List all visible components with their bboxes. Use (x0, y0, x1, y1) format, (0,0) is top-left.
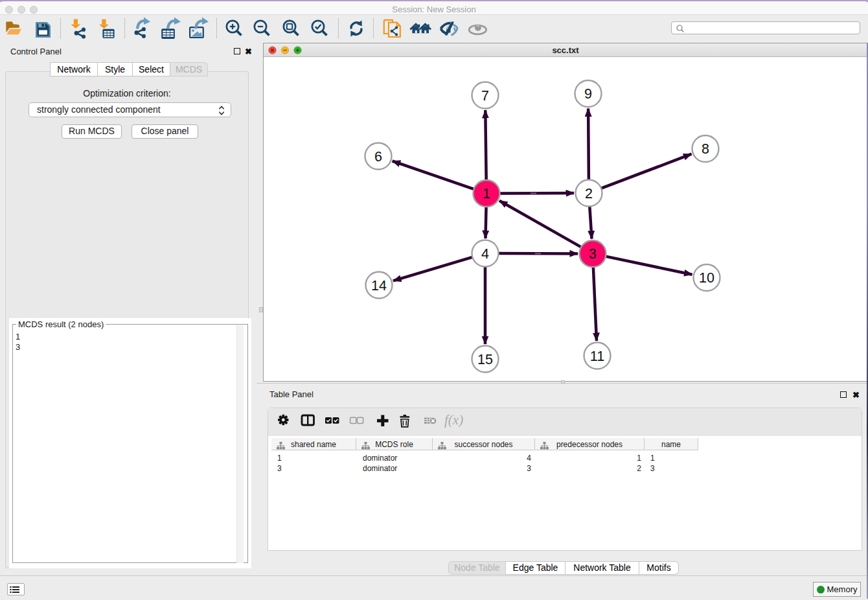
svg-text:15: 15 (477, 352, 493, 367)
svg-text:10: 10 (699, 270, 714, 286)
svg-text:2: 2 (585, 186, 593, 202)
svg-text:11: 11 (590, 349, 604, 364)
svg-text:9: 9 (584, 86, 592, 102)
svg-text:8: 8 (702, 141, 709, 157)
svg-text:7: 7 (481, 88, 489, 104)
svg-text:14: 14 (371, 278, 387, 294)
svg-text:3: 3 (589, 246, 597, 262)
svg-text:6: 6 (374, 149, 382, 165)
svg-text:4: 4 (481, 246, 489, 262)
svg-text:1: 1 (483, 186, 490, 202)
